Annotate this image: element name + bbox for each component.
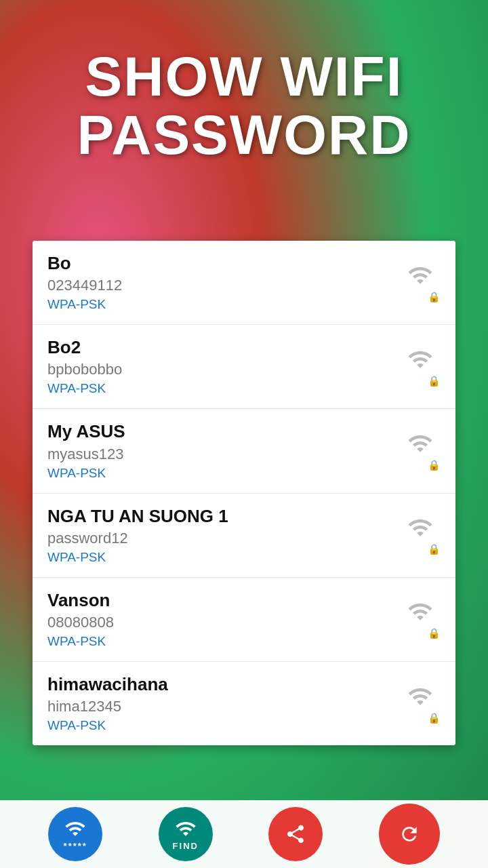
bottom-toolbar: ***** FIND [0,800,488,868]
wifi-info: Vanson 08080808 WPA-PSK [47,590,400,649]
wifi-name: Bo [47,253,400,274]
wifi-list-item[interactable]: NGA TU AN SUONG 1 password12 WPA-PSK 🔒 [33,494,455,578]
find-button-label: FIND [173,841,199,851]
wifi-signal-container: 🔒 [400,599,441,639]
wifi-name: Vanson [47,590,400,611]
header-line1: SHOW WIFI [0,47,488,106]
wifi-password: hima12345 [47,698,400,715]
wifi-signal-icon [405,431,436,462]
show-password-button[interactable]: ***** [48,807,102,861]
wifi-signal-container: 🔒 [400,515,441,555]
wifi-security: WPA-PSK [47,634,400,649]
wifi-signal-container: 🔒 [400,262,441,303]
wifi-security: WPA-PSK [47,381,400,396]
header-section: SHOW WIFI PASSWORD [0,47,488,164]
wifi-signal-icon [405,262,436,294]
wifi-info: NGA TU AN SUONG 1 password12 WPA-PSK [47,506,400,565]
wifi-signal-icon [405,347,436,378]
header-line2: PASSWORD [0,106,488,164]
wifi-list-item[interactable]: Bo2 bpbobobbo WPA-PSK 🔒 [33,325,455,409]
wifi-signal-icon [405,515,436,546]
wifi-password: 023449112 [47,277,400,294]
refresh-icon [399,823,420,845]
wifi-info: Bo 023449112 WPA-PSK [47,253,400,312]
find-wifi-icon [175,818,197,840]
share-button[interactable] [268,807,323,861]
wifi-security: WPA-PSK [47,718,400,733]
wifi-name: himawacihana [47,674,400,695]
wifi-info: himawacihana hima12345 WPA-PSK [47,674,400,733]
wifi-signal-container: 🔒 [400,684,441,724]
wifi-security: WPA-PSK [47,550,400,565]
find-button[interactable]: FIND [159,807,213,861]
wifi-name: Bo2 [47,337,400,358]
wifi-list-item[interactable]: Bo 023449112 WPA-PSK 🔒 [33,241,455,325]
wifi-name: NGA TU AN SUONG 1 [47,506,400,527]
wifi-password: 08080808 [47,614,400,631]
wifi-security: WPA-PSK [47,297,400,312]
wifi-list-item[interactable]: Vanson 08080808 WPA-PSK 🔒 [33,578,455,662]
wifi-signal-container: 🔒 [400,347,441,387]
wifi-lock-icon [64,818,86,840]
wifi-list-item[interactable]: himawacihana hima12345 WPA-PSK 🔒 [33,662,455,745]
wifi-password: myasus123 [47,446,400,463]
share-icon [285,823,306,845]
wifi-password: bpbobobbo [47,361,400,378]
wifi-info: Bo2 bpbobobbo WPA-PSK [47,337,400,396]
password-button-label: ***** [64,841,87,851]
wifi-security: WPA-PSK [47,466,400,481]
wifi-list-item[interactable]: My ASUS myasus123 WPA-PSK 🔒 [33,409,455,493]
wifi-name: My ASUS [47,421,400,442]
wifi-signal-icon [405,684,436,715]
wifi-signal-container: 🔒 [400,431,441,471]
refresh-button[interactable] [379,804,440,865]
wifi-info: My ASUS myasus123 WPA-PSK [47,421,400,480]
wifi-list: Bo 023449112 WPA-PSK 🔒 Bo2 bpbobobbo WPA… [33,241,455,745]
wifi-password: password12 [47,530,400,547]
wifi-signal-icon [405,599,436,630]
